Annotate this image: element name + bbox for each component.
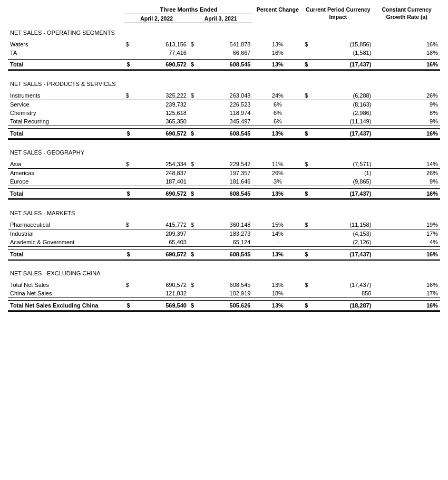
table-row: Academic & Government65,40365,124-(2,126…	[8, 238, 440, 247]
section-header-0: NET SALES - OPERATING SEGMENTS	[8, 23, 440, 39]
date1-header: April 2, 2022	[124, 14, 188, 23]
table-row: Pharmaceutical$415,772$360,14815%$(11,15…	[8, 220, 440, 229]
table-row: Europe187,401181,6463%(9,865)9%	[8, 177, 440, 186]
section-header-3: NET SALES - MARKETS	[8, 204, 440, 218]
section-header-1: NET SALES - PRODUCTS & SERVICES	[8, 74, 440, 89]
table-body: NET SALES - OPERATING SEGMENTSWaters$613…	[8, 23, 440, 315]
constant-currency-header: Constant Currency Growth Rate (a)	[373, 5, 440, 23]
financial-table: Three Months Ended Percent Change Curren…	[8, 5, 440, 315]
date2-header: April 3, 2021	[189, 14, 252, 23]
section-header-2: NET SALES - GEOGRAPHY	[8, 143, 440, 158]
table-row: Industrial209,397183,27314%(4,153)17%	[8, 229, 440, 238]
table-row: Asia$254,334$229,54211%$(7,571)14%	[8, 160, 440, 169]
total-row-4: Total Net Sales Excluding China$569,540$…	[8, 301, 440, 311]
table-row: China Net Sales121,032102,91918%85017%	[8, 289, 440, 298]
table-row: Americas248,837197,35726%(1)26%	[8, 169, 440, 178]
table-row: Total Recurring365,350345,4976%(11,149)9…	[8, 117, 440, 126]
total-row-3: Total$690,572$608,54513%$(17,437)16%	[8, 249, 440, 260]
total-row-2: Total$690,572$608,54513%$(17,437)16%	[8, 189, 440, 199]
header-row-1: Three Months Ended Percent Change Curren…	[8, 5, 440, 14]
total-row-1: Total$690,572$608,54513%$(17,437)16%	[8, 128, 440, 139]
table-row: Chemistry125,618118,9746%(2,986)8%	[8, 109, 440, 117]
three-months-header: Three Months Ended	[124, 5, 252, 14]
table-row: TA77,41666,66716%(1,581)18%	[8, 49, 440, 57]
current-period-header: Current Period Currency Impact	[303, 5, 373, 23]
percent-change-header: Percent Change	[252, 5, 303, 23]
section-header-4: NET SALES - EXCLUDING CHINA	[8, 264, 440, 279]
table-row: Waters$613,156$541,87813%$(15,856)16%	[8, 40, 440, 49]
table-row: Service239,732226,5236%(8,163)9%	[8, 100, 440, 109]
table-row: Instruments$325,222$263,04824%$(6,288)26…	[8, 91, 440, 100]
table-row: Total Net Sales$690,572$608,54513%$(17,4…	[8, 281, 440, 289]
total-row-0: Total$690,572$608,54513%$(17,437)16%	[8, 60, 440, 70]
